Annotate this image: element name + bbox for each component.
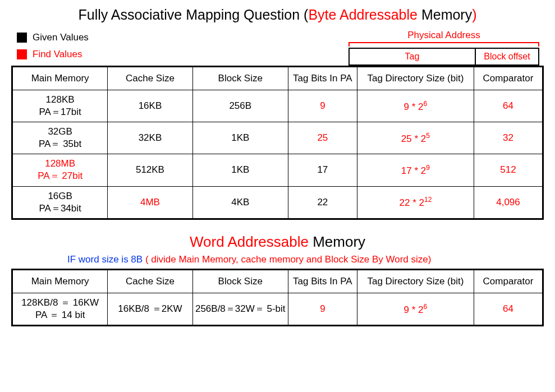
dir-base: 25 * 2 (401, 133, 426, 144)
cell-comparator: 4,096 (474, 186, 543, 219)
w-mm-line2: PA ＝ 14 bit (35, 310, 85, 320)
table-row: 16GBPA＝34bit4MB4KB2222 * 2124,096 (12, 186, 543, 219)
cell-tagbits: 9 (288, 90, 357, 122)
header-block-size: Block Size (192, 67, 288, 90)
cell-main-memory: 16GBPA＝34bit (12, 186, 108, 219)
table-row: 32GBPA＝ 35bt32KB1KB2525 * 2532 (12, 122, 543, 154)
cell-directory: 22 * 212 (357, 186, 474, 219)
title-main: Fully Associative Mapping Question (78, 7, 304, 22)
dir-exp: 12 (424, 196, 432, 204)
mm-line2: PA＝34bit (39, 203, 81, 214)
cell-main-memory: 128KBPA＝17bit (12, 90, 108, 122)
cell-cache: 32KB (108, 122, 192, 154)
cell-main-memory: 128MBPA＝ 27bit (12, 154, 108, 186)
dir-exp: 5 (426, 132, 430, 140)
title-red: Byte Addressable (308, 7, 421, 22)
w-cell-tagbits: 9 (288, 293, 357, 325)
table-header-row: Main Memory Cache Size Block Size Tag Bi… (12, 67, 543, 90)
title2-red: Word Addressable (190, 233, 313, 250)
cell-tagbits: 17 (288, 154, 357, 186)
header-main-memory: Main Memory (12, 67, 108, 90)
cell-cache: 16KB (108, 90, 192, 122)
table-row: 128MBPA＝ 27bit512KB1KB1717 * 29512 (12, 154, 543, 186)
cell-comparator: 512 (474, 154, 543, 186)
w-header-tag-bits: Tag Bits In PA (288, 269, 357, 293)
dir-exp: 6 (424, 100, 428, 108)
header-tag-bits: Tag Bits In PA (288, 67, 357, 90)
header-cache-size: Cache Size (108, 67, 192, 90)
w-header-block-size: Block Size (192, 269, 288, 293)
table-row: 128KBPA＝17bit16KB256B99 * 2664 (12, 90, 543, 122)
subtitle-word-size: IF word size is 8B ( divide Main Memory,… (67, 254, 544, 265)
header-tag-directory: Tag Directory Size (bit) (357, 67, 474, 90)
cell-main-memory: 32GBPA＝ 35bt (12, 122, 108, 154)
cell-directory: 17 * 29 (357, 154, 474, 186)
physical-address-header: Physical Address Tag Block offset (348, 30, 539, 66)
dir-base: 22 * 2 (400, 197, 424, 208)
subtitle-blue: IF word size is 8B (67, 254, 145, 265)
pa-box-tag: Tag (348, 48, 475, 66)
title-word-addressable: Word Addressable Memory (11, 233, 544, 251)
legend-find: Find Values (17, 49, 89, 60)
cell-block: 1KB (192, 154, 288, 186)
dir-base: 9 * 2 (404, 101, 424, 112)
legend-find-label: Find Values (33, 49, 82, 60)
cell-tagbits: 22 (288, 186, 357, 219)
cell-cache: 512KB (108, 154, 192, 186)
w-header-cache-size: Cache Size (108, 269, 192, 293)
word-table: Main Memory Cache Size Block Size Tag Bi… (11, 269, 544, 326)
title-memory: Memory (421, 7, 472, 22)
cell-block: 1KB (192, 122, 288, 154)
w-cell-directory: 9 * 26 (357, 293, 474, 325)
mm-line1: 128MB (45, 158, 75, 169)
w-cell-cache: 16KB/8 ＝2KW (108, 293, 192, 325)
mm-line1: 32GB (48, 126, 72, 137)
legend-box-black (17, 33, 27, 43)
cell-block: 256B (192, 90, 288, 122)
subtitle-red: ( divide Main Memory, cache memory and B… (145, 254, 432, 265)
word-table-header-row: Main Memory Cache Size Block Size Tag Bi… (12, 269, 543, 293)
legend-box-red (17, 49, 27, 59)
cell-block: 4KB (192, 186, 288, 219)
cell-comparator: 64 (474, 90, 543, 122)
legend: Given Values Find Values (11, 32, 89, 66)
w-mm-line1: 128KB/8 ＝ 16KW (21, 297, 99, 308)
pa-label: Physical Address (348, 30, 539, 41)
mm-line1: 16GB (48, 191, 72, 201)
cell-comparator: 32 (474, 122, 543, 154)
mm-line2: PA＝ 27bit (38, 170, 82, 181)
mm-line2: PA＝17bit (39, 107, 81, 117)
mm-line1: 128KB (46, 94, 75, 105)
pa-bracket (348, 42, 539, 47)
w-dir-exp: 6 (424, 303, 428, 311)
title2-black: Memory (313, 233, 365, 250)
dir-base: 17 * 2 (401, 165, 426, 176)
legend-given-label: Given Values (33, 32, 89, 43)
legend-given: Given Values (17, 32, 89, 43)
cell-directory: 9 * 26 (357, 90, 474, 122)
legend-and-pa-row: Given Values Find Values Physical Addres… (11, 30, 544, 66)
page-title: Fully Associative Mapping Question (Byte… (11, 7, 544, 23)
dir-exp: 9 (426, 164, 430, 172)
w-header-comparator: Comparator (474, 269, 543, 293)
paren-close: ) (472, 7, 476, 22)
w-cell-comparator: 64 (474, 293, 543, 325)
w-header-main-memory: Main Memory (12, 269, 108, 293)
w-cell-block: 256B/8＝32W＝ 5-bit (192, 293, 288, 325)
main-table: Main Memory Cache Size Block Size Tag Bi… (11, 66, 544, 220)
pa-boxes: Tag Block offset (348, 48, 539, 66)
word-table-row: 128KB/8 ＝ 16KW PA ＝ 14 bit 16KB/8 ＝2KW 2… (12, 293, 543, 325)
w-cell-main-memory: 128KB/8 ＝ 16KW PA ＝ 14 bit (12, 293, 108, 325)
header-comparator: Comparator (474, 67, 543, 90)
mm-line2: PA＝ 35bt (39, 139, 81, 149)
cell-tagbits: 25 (288, 122, 357, 154)
cell-cache: 4MB (108, 186, 192, 219)
cell-directory: 25 * 25 (357, 122, 474, 154)
pa-box-offset: Block offset (475, 48, 539, 66)
w-dir-base: 9 * 2 (404, 304, 424, 315)
w-header-tag-directory: Tag Directory Size (bit) (357, 269, 474, 293)
